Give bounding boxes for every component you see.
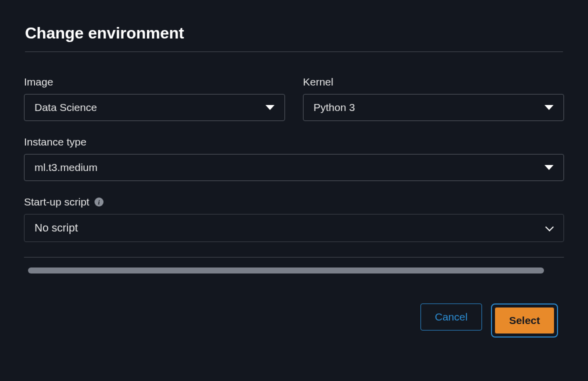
change-environment-dialog: Change environment Image Data Science Ke… (0, 0, 588, 381)
instance-type-label: Instance type (24, 136, 564, 148)
image-select[interactable]: Data Science (24, 94, 285, 121)
select-button-focus-ring: Select (491, 304, 558, 338)
instance-type-select[interactable]: ml.t3.medium (24, 154, 564, 181)
kernel-label: Kernel (303, 76, 564, 88)
dialog-title: Change environment (25, 24, 563, 42)
image-group: Image Data Science (24, 76, 285, 121)
startup-script-group: Start-up script i No script (24, 196, 564, 242)
startup-script-select[interactable]: No script (24, 214, 564, 242)
form-row-1: Image Data Science Kernel Python 3 (24, 76, 564, 121)
dialog-header: Change environment (0, 0, 588, 52)
caret-down-icon (266, 105, 274, 110)
horizontal-scrollbar[interactable] (24, 268, 564, 274)
cancel-button[interactable]: Cancel (420, 304, 482, 330)
caret-down-icon (544, 105, 554, 110)
footer-divider (24, 257, 564, 258)
info-icon[interactable]: i (94, 198, 104, 206)
kernel-select-value: Python 3 (314, 102, 355, 114)
dialog-footer: Cancel Select (0, 288, 588, 358)
kernel-select[interactable]: Python 3 (303, 94, 564, 121)
instance-type-select-value: ml.t3.medium (34, 162, 98, 174)
scrollbar-thumb[interactable] (28, 268, 544, 274)
startup-script-label: Start-up script i (24, 196, 564, 208)
form-area: Image Data Science Kernel Python 3 Insta… (0, 52, 588, 288)
instance-type-group: Instance type ml.t3.medium (24, 136, 564, 181)
caret-down-icon (544, 165, 554, 170)
kernel-group: Kernel Python 3 (303, 76, 564, 121)
startup-script-label-text: Start-up script (24, 196, 90, 208)
image-select-value: Data Science (34, 102, 97, 114)
select-button[interactable]: Select (494, 307, 554, 334)
image-label: Image (24, 76, 285, 88)
chevron-down-icon (546, 223, 554, 232)
startup-script-select-value: No script (34, 222, 78, 234)
